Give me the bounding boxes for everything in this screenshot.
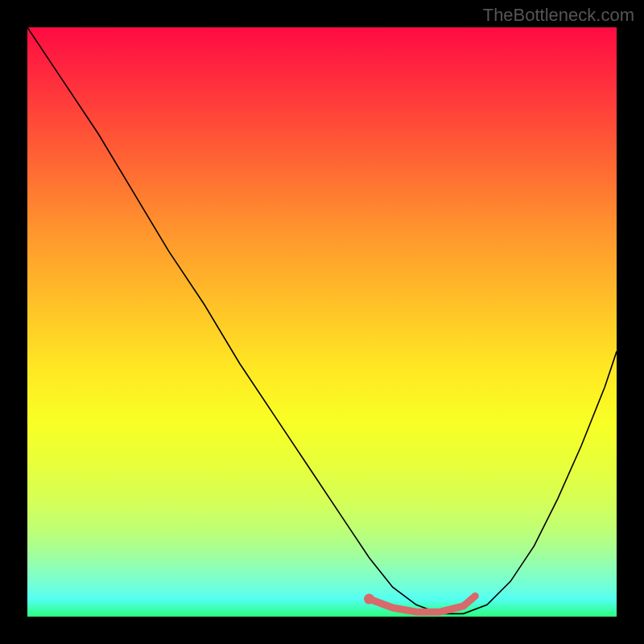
watermark-text: TheBottleneck.com [483,5,634,26]
highlight-segment-line [369,596,476,612]
plot-area [27,27,617,617]
bottleneck-curve-line [27,27,617,613]
chart-svg [27,27,617,617]
highlight-marker-dot [364,594,374,605]
